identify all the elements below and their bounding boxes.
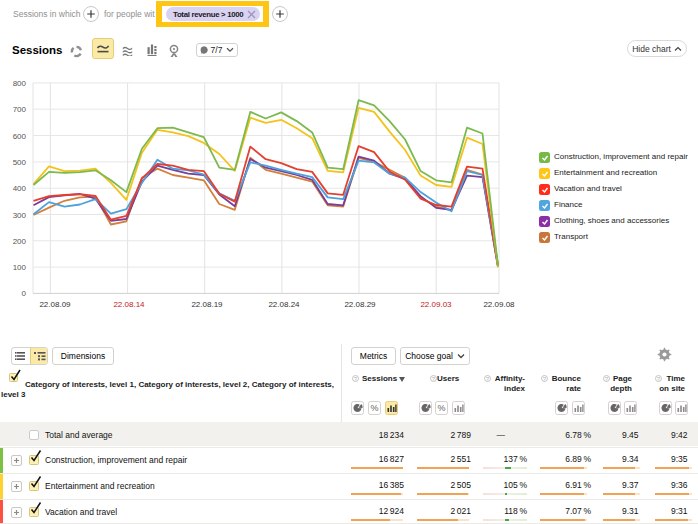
svg-text:0: 0 xyxy=(22,289,27,298)
svg-text:700: 700 xyxy=(13,105,27,114)
svg-text:22.08.09: 22.08.09 xyxy=(39,300,71,309)
svg-text:500: 500 xyxy=(13,158,27,167)
svg-text:22.08.14: 22.08.14 xyxy=(113,300,145,309)
svg-text:800: 800 xyxy=(13,79,27,88)
svg-text:22.08.24: 22.08.24 xyxy=(268,300,300,309)
svg-text:100: 100 xyxy=(13,263,27,272)
svg-text:200: 200 xyxy=(13,237,27,246)
svg-text:300: 300 xyxy=(13,211,27,220)
svg-text:22.08.29: 22.08.29 xyxy=(344,300,376,309)
svg-text:600: 600 xyxy=(13,132,27,141)
svg-text:22.09.08: 22.09.08 xyxy=(483,300,515,309)
svg-text:400: 400 xyxy=(13,184,27,193)
svg-text:22.08.19: 22.08.19 xyxy=(191,300,223,309)
svg-text:22.09.03: 22.09.03 xyxy=(420,300,452,309)
